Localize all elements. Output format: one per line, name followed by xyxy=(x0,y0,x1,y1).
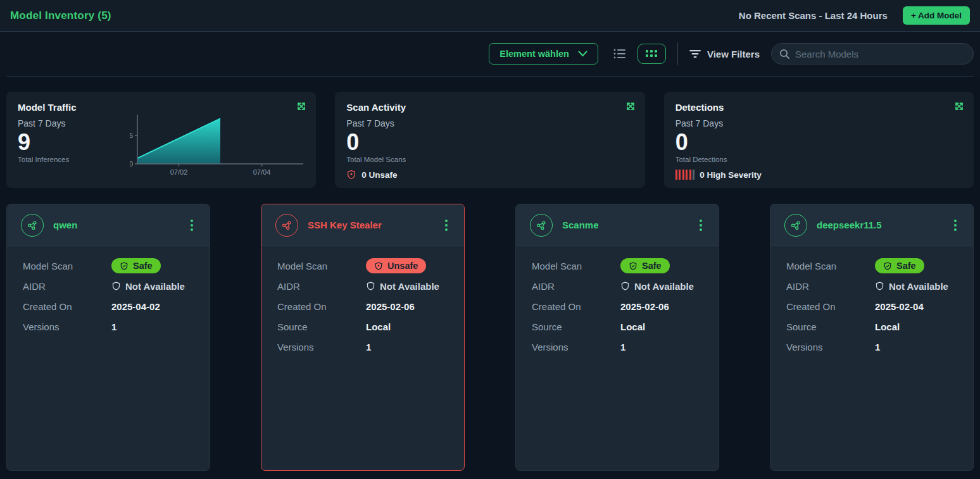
shield-outline-icon xyxy=(875,281,884,291)
expand-icon[interactable] xyxy=(625,101,636,112)
kebab-menu-button[interactable] xyxy=(188,217,196,233)
shield-check-icon xyxy=(120,261,129,271)
field-label: Versions xyxy=(277,342,366,352)
badge-label: Safe xyxy=(133,261,153,271)
model-card[interactable]: qwen Model Scan Safe AIDR Not Available … xyxy=(6,204,210,471)
model-field-row: AIDR Not Available xyxy=(277,276,448,296)
field-value: Safe xyxy=(111,258,161,273)
field-label: Created On xyxy=(786,301,875,312)
grid-view-icon xyxy=(646,49,658,58)
model-fields: Model Scan Safe AIDR Not Available Creat… xyxy=(770,246,973,366)
y-tick-label: 0 xyxy=(130,160,133,168)
field-label: Model Scan xyxy=(23,261,111,271)
scan-status-badge: Unsafe xyxy=(366,258,426,273)
model-name: qwen xyxy=(53,220,77,230)
model-name: deepseekr11.5 xyxy=(817,220,882,230)
model-card-header: SSH Key Stealer xyxy=(261,204,464,246)
stat-title: Scan Activity xyxy=(346,102,633,113)
model-field-row: Source Local xyxy=(532,316,703,337)
field-label: AIDR xyxy=(532,281,620,292)
model-field-row: Source Local xyxy=(786,316,957,337)
stat-card-detections: Detections Past 7 Days 0 Total Detection… xyxy=(664,92,974,188)
high-severity-text: 0 High Severity xyxy=(700,170,762,180)
add-model-button[interactable]: + Add Model xyxy=(903,6,970,25)
model-fields: Model Scan Safe AIDR Not Available Creat… xyxy=(516,246,719,366)
field-label: Versions xyxy=(23,321,111,332)
grid-view-button[interactable] xyxy=(638,44,666,64)
model-card[interactable]: SSH Key Stealer Model Scan Unsafe AIDR N… xyxy=(261,204,465,471)
scan-status-badge: Safe xyxy=(111,258,161,273)
model-field-row: Created On 2025-02-04 xyxy=(786,296,957,316)
stat-caption: Total Model Scans xyxy=(346,156,633,163)
field-label: Source xyxy=(532,321,620,332)
shield-alert-icon xyxy=(346,170,356,180)
recent-scans-status: No Recent Scans - Last 24 Hours xyxy=(739,10,888,21)
shield-check-icon xyxy=(883,261,892,271)
badge-label: Unsafe xyxy=(387,261,418,271)
model-card[interactable]: deepseekr11.5 Model Scan Safe AIDR Not A… xyxy=(770,204,974,471)
shield-exclaim-icon xyxy=(374,261,383,271)
aidr-value: Not Available xyxy=(111,281,185,292)
field-value: 2025-04-02 xyxy=(111,301,160,312)
expand-icon[interactable] xyxy=(953,101,965,112)
toolbar-bottom-rule xyxy=(6,76,974,77)
model-traffic-chart: 07/0207/0405 xyxy=(130,109,307,180)
stats-row: Model Traffic Past 7 Days 9 Total Infere… xyxy=(6,92,974,188)
field-value: 1 xyxy=(366,342,371,352)
chevron-down-icon xyxy=(578,51,587,57)
field-value: 1 xyxy=(875,342,880,352)
model-field-row: AIDR Not Available xyxy=(23,276,194,296)
dropdown-label: Element wählen xyxy=(499,49,569,59)
field-label: Source xyxy=(786,321,875,332)
kebab-menu-button[interactable] xyxy=(952,217,959,233)
stat-period: Past 7 Days xyxy=(346,118,633,128)
search-input[interactable] xyxy=(795,49,965,59)
stat-period: Past 7 Days xyxy=(675,118,962,128)
badge-label: Safe xyxy=(642,261,662,271)
field-value: 2025-02-04 xyxy=(875,301,924,312)
search-icon xyxy=(779,49,790,59)
field-value: Safe xyxy=(875,258,924,273)
model-card[interactable]: Scanme Model Scan Safe AIDR Not Availabl… xyxy=(515,204,719,471)
model-field-row: Created On 2025-04-02 xyxy=(23,296,194,316)
high-severity-count: 0 High Severity xyxy=(675,170,762,180)
stat-title: Detections xyxy=(675,102,962,113)
shield-outline-icon xyxy=(366,281,375,291)
toolbar-divider xyxy=(677,42,678,65)
severity-bars-icon xyxy=(675,170,695,180)
model-fields: Model Scan Unsafe AIDR Not Available Cre… xyxy=(261,246,464,366)
model-field-row: Versions 1 xyxy=(532,337,703,357)
element-select-dropdown[interactable]: Element wählen xyxy=(489,43,598,65)
x-tick-label: 07/04 xyxy=(253,168,271,176)
badge-label: Safe xyxy=(896,261,916,271)
view-filters-label: View Filters xyxy=(707,49,760,59)
field-label: Model Scan xyxy=(532,261,620,271)
chart-area-fill xyxy=(137,118,220,164)
toolbar: Element wählen xyxy=(0,32,980,77)
model-field-row: Versions 1 xyxy=(23,316,194,337)
scan-status-badge: Safe xyxy=(620,258,670,273)
field-label: Created On xyxy=(532,301,620,312)
list-view-button[interactable] xyxy=(613,48,626,59)
stat-card-scan-activity: Scan Activity Past 7 Days 0 Total Model … xyxy=(335,92,644,188)
stat-value: 0 xyxy=(346,130,633,154)
field-label: AIDR xyxy=(23,281,111,292)
field-value: Safe xyxy=(620,258,670,273)
model-card-header: deepseekr11.5 xyxy=(770,204,973,246)
search-box[interactable] xyxy=(771,43,974,65)
field-label: Created On xyxy=(23,301,111,312)
model-field-row: AIDR Not Available xyxy=(532,276,703,296)
model-field-row: Model Scan Safe xyxy=(23,256,194,276)
field-value: Local xyxy=(875,321,900,332)
y-tick-label: 5 xyxy=(130,132,133,139)
view-filters-button[interactable]: View Filters xyxy=(689,49,760,59)
stat-card-model-traffic: Model Traffic Past 7 Days 9 Total Infere… xyxy=(6,92,316,188)
field-value: 2025-02-06 xyxy=(366,301,415,312)
model-grid: qwen Model Scan Safe AIDR Not Available … xyxy=(6,204,974,471)
kebab-menu-button[interactable] xyxy=(443,217,450,233)
shield-check-icon xyxy=(629,261,638,271)
model-field-row: Model Scan Unsafe xyxy=(277,256,448,276)
filter-icon xyxy=(689,50,701,58)
x-tick-label: 07/02 xyxy=(170,168,188,176)
kebab-menu-button[interactable] xyxy=(697,217,705,233)
